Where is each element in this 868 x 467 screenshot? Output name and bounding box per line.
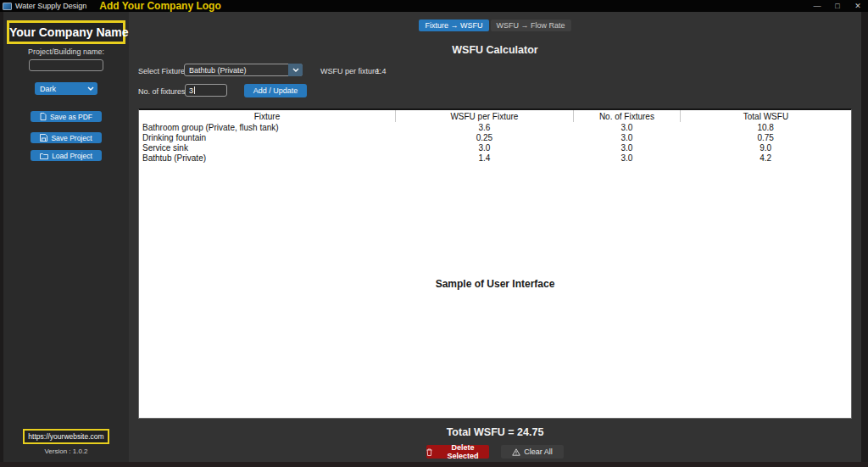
website-link[interactable]: https://yourwebsite.com (23, 429, 108, 444)
table-cell: 3.6 (395, 122, 573, 132)
column-header: No. of Fixtures (573, 110, 680, 122)
titlebar: Water Supply Design Add Your Company Log… (0, 0, 868, 12)
select-fixture-label: Select Fixture: (138, 67, 187, 75)
table-body: Bathroom group (Private, flush tank)3.63… (139, 122, 851, 163)
clear-all-label: Clear All (524, 448, 553, 456)
column-header: Total WSFU (680, 110, 851, 122)
table-cell: 3.0 (573, 132, 680, 142)
fixture-select[interactable]: Bathtub (Private) (184, 64, 303, 76)
app-icon (3, 3, 12, 10)
table-cell: Bathroom group (Private, flush tank) (139, 122, 395, 132)
text-cursor (194, 86, 195, 94)
table-row[interactable]: Drinking fountain0.253.00.75 (139, 132, 851, 142)
fixtures-table-panel: FixtureWSFU per FixtureNo. of FixturesTo… (138, 108, 852, 419)
window-title: Water Supply Design (15, 2, 86, 10)
chevron-down-icon (87, 86, 94, 91)
table-cell: 3.0 (573, 142, 680, 153)
window-controls: — □ ✕ (807, 2, 868, 10)
table-cell: 0.25 (395, 132, 573, 142)
folder-icon (40, 153, 48, 159)
window-bottom-edge (0, 462, 868, 467)
wsfu-per-fixture-value: 1.4 (376, 67, 387, 75)
table-cell: 3.0 (573, 122, 680, 132)
maximize-button[interactable]: □ (827, 2, 848, 10)
table-row[interactable]: Bathtub (Private)1.43.04.2 (139, 153, 851, 163)
save-as-pdf-label: Save as PDF (50, 113, 92, 121)
table-cell: 9.0 (680, 142, 851, 153)
company-logo-placeholder: Add Your Company Logo (99, 0, 221, 12)
bottom-actions: Delete Selected Clear All (129, 445, 861, 459)
chevron-down-icon (288, 64, 303, 76)
main-panel: Fixture → WSFUWSFU → Flow Rate WSFU Calc… (129, 12, 861, 462)
version-label: Version : 1.0.2 (3, 448, 129, 455)
warning-icon (512, 448, 520, 456)
table-cell: 10.8 (680, 122, 851, 132)
table-row[interactable]: Service sink3.03.09.0 (139, 142, 851, 153)
save-as-pdf-button[interactable]: Save as PDF (31, 111, 102, 122)
page-title: WSFU Calculator (129, 44, 861, 56)
table-row[interactable]: Bathroom group (Private, flush tank)3.63… (139, 122, 851, 132)
save-project-label: Save Project (51, 134, 92, 142)
table-cell: 3.0 (573, 153, 680, 163)
app-window: Water Supply Design Add Your Company Log… (0, 0, 868, 467)
table-cell: 0.75 (680, 132, 851, 142)
wsfu-per-fixture-label: WSFU per fixture: (320, 67, 381, 75)
sidebar: Your Company Name Project/Building name:… (3, 12, 129, 462)
theme-select-value: Dark (40, 85, 56, 93)
save-project-button[interactable]: Save Project (31, 132, 102, 143)
clear-all-button[interactable]: Clear All (501, 445, 564, 459)
column-header: Fixture (139, 110, 395, 122)
sidebar-footer: https://yourwebsite.com Version : 1.0.2 (3, 427, 129, 455)
tab-bar: Fixture → WSFUWSFU → Flow Rate (129, 19, 861, 31)
company-name-box: Your Company Name (7, 20, 125, 44)
table-cell: 4.2 (680, 153, 851, 163)
tab-1[interactable]: WSFU → Flow Rate (491, 19, 571, 31)
minimize-button[interactable]: — (807, 2, 827, 10)
delete-selected-button[interactable]: Delete Selected (426, 445, 489, 459)
no-of-fixtures-value: 3 (189, 86, 193, 95)
column-header: WSFU per Fixture (395, 110, 573, 122)
project-name-label: Project/Building name: (3, 47, 129, 56)
project-name-input[interactable] (29, 59, 103, 71)
load-project-button[interactable]: Load Project (31, 150, 102, 161)
tab-0[interactable]: Fixture → WSFU (419, 19, 488, 31)
table-cell: Service sink (139, 142, 395, 153)
total-wsfu-label: Total WSFU = 24.75 (129, 426, 861, 438)
no-of-fixtures-input[interactable]: 3 (185, 84, 227, 97)
no-of-fixtures-label: No. of fixtures: (138, 87, 187, 96)
table-cell: 3.0 (395, 142, 573, 153)
add-update-button[interactable]: Add / Update (244, 84, 307, 97)
table-cell: 1.4 (395, 153, 573, 163)
table-header-row: FixtureWSFU per FixtureNo. of FixturesTo… (139, 110, 851, 122)
table-cell: Bathtub (Private) (139, 153, 395, 163)
save-icon (40, 134, 47, 142)
app-body: Your Company Name Project/Building name:… (0, 12, 868, 467)
pdf-file-icon (40, 113, 47, 120)
theme-select[interactable]: Dark (35, 82, 97, 95)
delete-selected-label: Delete Selected (437, 443, 489, 460)
load-project-label: Load Project (52, 152, 92, 160)
fixtures-table: FixtureWSFU per FixtureNo. of FixturesTo… (139, 110, 851, 163)
close-button[interactable]: ✕ (848, 2, 868, 10)
fixture-select-value: Bathtub (Private) (189, 66, 247, 75)
table-cell: Drinking fountain (139, 132, 395, 142)
watermark-text: Sample of User Interface (139, 278, 851, 290)
trash-icon (426, 448, 432, 456)
